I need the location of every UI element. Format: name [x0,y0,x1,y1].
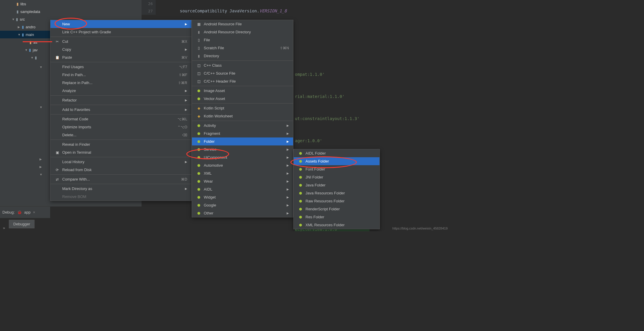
menu-item-kotlin-worksheet[interactable]: ◆Kotlin Worksheet [192,112,293,120]
folder-icon: ▮ [29,40,32,45]
menu-item-remove-bom[interactable]: Remove BOM [50,193,191,201]
tree-label: main [26,32,34,37]
menu-item-compare-with[interactable]: ⇄Compare With...⌘D [50,175,191,183]
android-icon: ⬢ [196,132,201,136]
menu-item-res-folder[interactable]: ⬢Res Folder [294,213,380,221]
expand-arrow-icon[interactable]: ▼ [25,48,28,52]
menu-item-jni-folder[interactable]: ⬢JNI Folder [294,173,380,181]
menu-item-cpp-header[interactable]: ◫C/C++ Header File [192,77,293,85]
menu-item-scratch-file[interactable]: ▯Scratch File⇧⌘N [192,44,293,52]
tree-label: as [33,40,37,45]
folder-icon: ▮ [22,32,24,37]
folder-icon: ▮ [17,2,19,6]
android-icon: ⬢ [196,179,201,183]
expand-arrow-icon[interactable]: ▶ [18,25,21,29]
android-folder-icon: ⬢ [298,207,303,211]
menu-item-new[interactable]: New▶ [50,20,191,28]
tab-debugger[interactable]: Debugger [9,220,34,228]
menu-item-aidl-folder[interactable]: ⬢AIDL Folder [294,149,380,157]
menu-item-assets-folder[interactable]: ⬢Assets Folder [294,157,380,165]
android-folder-icon: ⬢ [298,175,303,179]
expand-arrow-icon[interactable]: ▼ [18,33,21,36]
menu-item-widget[interactable]: ⬢Widget▶ [192,193,293,201]
menu-item-android-resource-dir[interactable]: ▮Android Resource Directory [192,28,293,36]
menu-item-cpp-source[interactable]: ◫C/C++ Source File [192,69,293,77]
expand-icon[interactable]: » [3,226,5,230]
menu-item-activity[interactable]: ⬢Activity▶ [192,122,293,130]
line-number: 26 [142,0,153,7]
menu-item-xml[interactable]: ⬢XML▶ [192,169,293,177]
menu-item-renderscript-folder[interactable]: ⬢RenderScript Folder [294,205,380,213]
menu-item-directory[interactable]: ▮Directory [192,52,293,60]
android-icon: ⬢ [196,148,201,152]
debug-config[interactable]: app [24,210,31,214]
file-icon: ▦ [196,22,201,26]
android-folder-icon: ⬢ [298,183,303,187]
menu-item-cpp-class[interactable]: ◫C++ Class [192,61,293,69]
android-icon: ⬢ [196,203,201,207]
menu-item-android-resource-file[interactable]: ▦Android Resource File [192,20,293,28]
expand-arrow-icon[interactable]: ▼ [12,18,15,21]
new-submenu: ▦Android Resource File ▮Android Resource… [192,20,293,217]
tree-item-libs[interactable]: ▮ libs [0,0,142,8]
menu-item-find-in-path[interactable]: Find in Path...⇧⌘F [50,71,191,79]
android-icon: ⬢ [196,124,201,128]
folder-icon: ▮ [17,9,19,14]
menu-item-reformat[interactable]: Reformat Code⌥⌘L [50,115,191,123]
menu-item-kotlin-script[interactable]: ◆Kotlin Script [192,104,293,112]
folder-submenu: ⬢AIDL Folder ⬢Assets Folder ⬢Font Folder… [293,149,380,229]
line-number: 27 [142,7,153,15]
android-folder-icon: ⬢ [298,159,303,163]
android-folder-icon: ⬢ [298,151,303,155]
menu-item-find-usages[interactable]: Find Usages⌥F7 [50,63,191,71]
context-menu: New▶ Link C++ Project with Gradle ✂Cut⌘X… [50,20,192,201]
menu-item-reload-disk[interactable]: ⟳Reload from Disk [50,166,191,174]
expand-arrow-icon[interactable]: ▼ [31,56,34,59]
menu-item-paste[interactable]: 📋Paste⌘V [50,53,191,61]
menu-item-font-folder[interactable]: ⬢Font Folder [294,165,380,173]
editor-gutter: 26 27 [142,0,156,15]
menu-item-fragment[interactable]: ⬢Fragment▶ [192,130,293,137]
android-folder-icon: ⬢ [298,167,303,171]
menu-item-open-terminal[interactable]: ▣Open in Terminal [50,148,191,156]
menu-item-link-cpp[interactable]: Link C++ Project with Gradle [50,28,191,36]
android-folder-icon: ⬢ [298,223,303,227]
menu-item-file[interactable]: ▯File [192,36,293,44]
menu-item-add-favorites[interactable]: Add to Favorites▶ [50,106,191,114]
menu-item-java-resources-folder[interactable]: ⬢Java Resources Folder [294,189,380,197]
menu-item-copy[interactable]: Copy▶ [50,45,191,53]
menu-item-wear[interactable]: ⬢Wear▶ [192,177,293,185]
menu-item-image-asset[interactable]: ⬢Image Asset [192,87,293,95]
tree-label: src [20,17,25,22]
menu-item-service[interactable]: ⬢Service▶ [192,145,293,153]
android-icon: ⬢ [196,163,201,168]
android-icon: ⬢ [196,140,201,144]
menu-item-google[interactable]: ⬢Google▶ [192,201,293,209]
menu-item-replace-in-path[interactable]: Replace in Path...⇧⌘R [50,79,191,87]
menu-item-vector-asset[interactable]: ⬢Vector Asset [192,95,293,103]
menu-item-cut[interactable]: ✂Cut⌘X [50,37,191,45]
menu-item-other[interactable]: ⬢Other▶ [192,209,293,217]
menu-item-folder[interactable]: ⬢Folder▶ [192,137,293,145]
file-icon: ▯ [196,38,201,42]
tree-label: libs [20,2,26,6]
menu-item-delete[interactable]: Delete...⌫ [50,131,191,139]
debug-tabs: Debugger [9,220,34,228]
tree-item-sampledata[interactable]: ▮ sampledata [0,8,142,15]
menu-item-analyze[interactable]: Analyze▶ [50,87,191,95]
tree-label: jav [33,48,38,52]
android-icon: ⬢ [196,97,201,101]
menu-item-aidl[interactable]: ⬢AIDL▶ [192,185,293,193]
menu-item-local-history[interactable]: Local History▶ [50,158,191,166]
menu-item-automotive[interactable]: ⬢Automotive▶ [192,161,293,169]
menu-item-uicomponent[interactable]: ⬢UiComponent▶ [192,153,293,161]
menu-item-raw-resources-folder[interactable]: ⬢Raw Resources Folder [294,197,380,205]
menu-item-xml-resources-folder[interactable]: ⬢XML Resources Folder [294,221,380,229]
menu-item-refactor[interactable]: Refactor▶ [50,96,191,104]
menu-item-java-folder[interactable]: ⬢Java Folder [294,181,380,189]
close-icon[interactable]: × [33,210,35,214]
menu-item-reveal-finder[interactable]: Reveal in Finder [50,140,191,148]
menu-item-mark-directory[interactable]: Mark Directory as▶ [50,185,191,193]
terminal-icon: ▣ [55,150,60,155]
menu-item-optimize-imports[interactable]: Optimize Imports⌃⌥O [50,123,191,131]
